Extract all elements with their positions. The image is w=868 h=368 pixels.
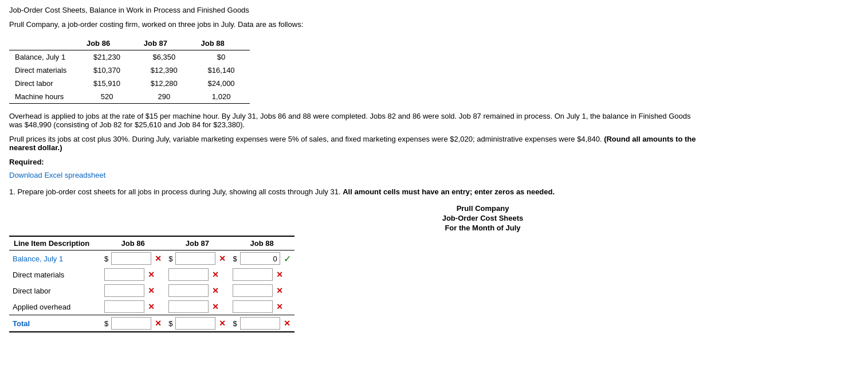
sheet-period: For the Month of July [107, 224, 859, 232]
input-row-balance: Balance, July 1 $ ✕ $ ✕ $ ✓ [9, 250, 294, 267]
dollar-sign-j87-total: $ [168, 319, 172, 328]
input-j87-balance[interactable] [175, 252, 215, 265]
input-j86-applied-overhead[interactable] [104, 300, 144, 313]
required-label: Required: [9, 158, 859, 166]
x-mark-j86-dl: ✕ [148, 286, 155, 295]
input-j88-balance[interactable] [240, 252, 280, 265]
dollar-sign-j87-balance: $ [168, 255, 172, 263]
x-mark-j87-balance: ✕ [219, 254, 226, 263]
input-j88-total[interactable] [240, 317, 280, 330]
col-header-job86: Job 86 [78, 37, 136, 50]
col-header-input-job88: Job 88 [229, 236, 294, 250]
x-mark-j87-dm: ✕ [212, 270, 219, 279]
col-header-job87: Job 87 [135, 37, 193, 50]
check-mark-j88-balance: ✓ [284, 253, 291, 264]
input-label-direct-labor: Direct labor [9, 283, 101, 299]
sheet-title: Job-Order Cost Sheets [107, 214, 859, 222]
input-j86-direct-materials[interactable] [104, 268, 144, 281]
input-j88-direct-materials[interactable] [233, 268, 273, 281]
col-header-input-job87: Job 87 [165, 236, 229, 250]
x-mark-j88-dl: ✕ [276, 286, 283, 295]
x-mark-j88-dm: ✕ [276, 270, 283, 279]
input-row-applied-overhead: Applied overhead ✕ ✕ ✕ [9, 299, 294, 315]
pricing-text: Prull prices its jobs at cost plus 30%. … [9, 135, 697, 152]
x-mark-j87-total: ✕ [219, 319, 226, 328]
dollar-sign-j88-balance: $ [233, 255, 237, 263]
input-j86-balance[interactable] [111, 252, 151, 265]
x-mark-j88-ao: ✕ [276, 302, 283, 311]
col-header-job88: Job 88 [193, 37, 250, 50]
intro-text: Prull Company, a job-order costing firm,… [9, 20, 859, 29]
table-row: Direct labor $15,910 $12,280 $24,000 [9, 77, 250, 90]
download-excel-link[interactable]: Download Excel spreadsheet [9, 171, 105, 179]
input-j88-direct-labor[interactable] [233, 284, 273, 297]
input-table: Line Item Description Job 86 Job 87 Job … [9, 236, 294, 332]
table-row: Balance, July 1 $21,230 $6,350 $0 [9, 50, 250, 64]
input-j88-applied-overhead[interactable] [233, 300, 273, 313]
input-row-direct-labor: Direct labor ✕ ✕ ✕ [9, 283, 294, 299]
dollar-sign-j86-total: $ [104, 319, 108, 328]
row-label-direct-materials: Direct materials [9, 64, 78, 77]
x-mark-j87-dl: ✕ [212, 286, 219, 295]
x-mark-j86-total: ✕ [155, 319, 162, 328]
input-j86-total[interactable] [111, 317, 151, 330]
row-label-direct-labor: Direct labor [9, 77, 78, 90]
page-title: Job-Order Cost Sheets, Balance in Work i… [9, 6, 859, 14]
col-header-line-item: Line Item Description [9, 236, 101, 250]
data-table: Job 86 Job 87 Job 88 Balance, July 1 $21… [9, 37, 250, 104]
row-label-balance: Balance, July 1 [9, 50, 78, 64]
x-mark-j86-balance: ✕ [155, 254, 162, 263]
question1-text: 1. Prepare job-order cost sheets for all… [9, 187, 639, 196]
dollar-sign-j86-balance: $ [104, 255, 108, 263]
input-j87-applied-overhead[interactable] [168, 300, 209, 313]
x-mark-j86-dm: ✕ [148, 270, 155, 279]
company-name: Prull Company [107, 204, 859, 213]
input-label-direct-materials: Direct materials [9, 267, 101, 283]
input-label-total: Total [9, 315, 101, 332]
dollar-sign-j88-total: $ [233, 319, 237, 328]
input-label-balance: Balance, July 1 [9, 250, 101, 267]
input-j86-direct-labor[interactable] [104, 284, 144, 297]
input-label-applied-overhead: Applied overhead [9, 299, 101, 315]
input-j87-total[interactable] [175, 317, 215, 330]
col-header-input-job86: Job 86 [101, 236, 165, 250]
row-label-machine-hours: Machine hours [9, 90, 78, 104]
input-row-total: Total $ ✕ $ ✕ $ ✕ [9, 315, 294, 332]
overhead-text: Overhead is applied to jobs at the rate … [9, 112, 697, 129]
input-j87-direct-materials[interactable] [168, 268, 209, 281]
table-row: Direct materials $10,370 $12,390 $16,140 [9, 64, 250, 77]
x-mark-j86-ao: ✕ [148, 302, 155, 311]
input-row-direct-materials: Direct materials ✕ ✕ ✕ [9, 267, 294, 283]
input-j87-direct-labor[interactable] [168, 284, 209, 297]
table-row: Machine hours 520 290 1,020 [9, 90, 250, 104]
x-mark-j87-ao: ✕ [212, 302, 219, 311]
x-mark-j88-total: ✕ [284, 319, 290, 328]
